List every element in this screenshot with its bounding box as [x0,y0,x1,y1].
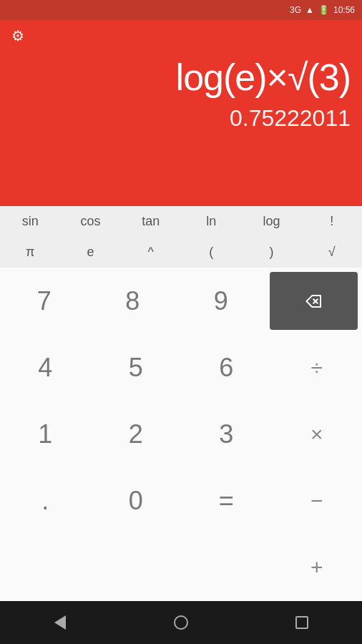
digit-3[interactable]: 3 [181,401,272,467]
back-button[interactable] [39,601,82,644]
calculator-display: ⚙ log(e)×√(3) 0.75222011 [0,20,362,206]
sin-button[interactable]: sin [0,206,60,237]
open-paren-button[interactable]: ( [181,237,241,268]
ln-button[interactable]: ln [181,206,241,237]
status-bar: 3G ▲ 🔋 10:56 [0,0,362,20]
digit-6[interactable]: 6 [181,334,272,401]
tan-button[interactable]: tan [121,206,181,237]
result-display: 0.75222011 [11,105,351,132]
expression-display: log(e)×√(3) [11,57,351,98]
nav-bar [0,601,362,644]
recents-button[interactable] [280,601,323,644]
cos-button[interactable]: cos [60,206,120,237]
digit-7[interactable]: 7 [0,268,89,334]
plus-button[interactable]: + [272,535,363,601]
digit-2[interactable]: 2 [91,401,182,467]
num-row-0: 7 8 9 [0,268,362,334]
recents-icon [295,616,308,629]
backspace-button[interactable] [270,272,358,330]
e-button[interactable]: e [60,237,120,268]
num-row-2: 1 2 3 × [0,401,362,467]
digit-0[interactable]: 0 [91,468,182,535]
time-display: 10:56 [333,5,355,15]
factorial-button[interactable]: ! [302,206,362,237]
network-indicator: 3G [290,5,301,15]
digit-5[interactable]: 5 [91,334,182,401]
sqrt-button[interactable]: √ [302,237,362,268]
digit-4[interactable]: 4 [0,334,91,401]
digit-9[interactable]: 9 [177,268,265,334]
digit-8[interactable]: 8 [89,268,177,334]
power-button[interactable]: ^ [121,237,181,268]
multiply-button[interactable]: × [272,401,363,467]
home-icon [174,615,188,630]
battery-icon: 🔋 [318,5,329,15]
home-button[interactable] [160,601,202,644]
minus-button[interactable]: − [272,468,363,535]
numpad: 7 8 9 4 5 6 ÷ 1 2 3 × . 0 = − + [0,268,362,601]
scientific-section: sin cos tan ln log ! π e ^ ( ) √ [0,206,362,268]
equals-button[interactable]: = [181,468,272,535]
signal-icon: ▲ [305,5,314,15]
digit-1[interactable]: 1 [0,401,91,467]
decimal-button[interactable]: . [0,468,91,535]
settings-icon[interactable]: ⚙ [11,27,24,44]
num-row-4: + [0,535,362,601]
close-paren-button[interactable]: ) [241,237,301,268]
log-button[interactable]: log [241,206,301,237]
divide-button[interactable]: ÷ [272,334,363,401]
back-icon [54,615,66,630]
num-row-3: . 0 = − [0,468,362,535]
num-row-1: 4 5 6 ÷ [0,334,362,401]
sci-row-2: π e ^ ( ) √ [0,237,362,268]
sci-row-1: sin cos tan ln log ! [0,206,362,237]
pi-button[interactable]: π [0,237,60,268]
